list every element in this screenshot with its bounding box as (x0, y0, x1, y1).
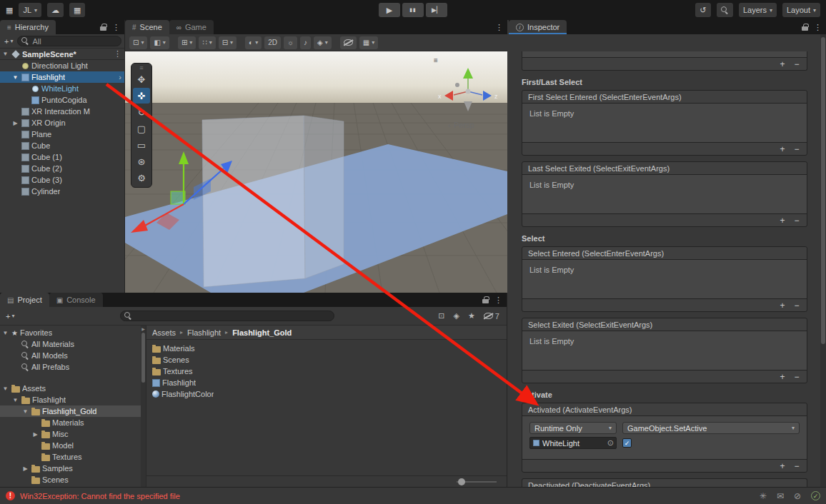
tree-item-flashlight[interactable]: ▼ Flashlight (0, 394, 146, 405)
hierarchy-item-flashlight[interactable]: ▼ Flashlight › (0, 71, 124, 83)
tree-item-all-materials[interactable]: All Materials (0, 338, 146, 350)
project-search-input[interactable] (120, 311, 334, 321)
event-function-dropdown[interactable]: GameObject.SetActive ▾ (622, 422, 800, 434)
tree-scrollbar[interactable]: ▶ (141, 326, 146, 487)
effects-dropdown-button[interactable]: ◈▾ (314, 36, 332, 49)
scene-render[interactable]: x z ≡ ‹ Persp (125, 51, 507, 293)
tab-game[interactable]: ∞ Game (169, 20, 214, 34)
hierarchy-item-plane[interactable]: Plane (0, 128, 124, 140)
add-listener-button[interactable]: + (775, 300, 790, 311)
lighting-toggle-button[interactable]: ☼ (284, 36, 297, 49)
add-listener-button[interactable]: + (775, 59, 790, 70)
custom-tool-button[interactable]: ⚙ (133, 170, 150, 186)
scene-menu-dots-icon[interactable]: ⋮ (114, 49, 121, 59)
shading-mode-button[interactable]: ◐▾ (245, 36, 262, 49)
search-by-label-icon[interactable]: ◈ (454, 311, 459, 321)
tree-item-textures[interactable]: Textures (0, 451, 146, 463)
tree-item-favorites[interactable]: ▼ ★ Favorites (0, 327, 146, 338)
version-control-button[interactable]: ▦ (69, 3, 85, 17)
zoom-slider-knob[interactable] (458, 478, 465, 485)
notifications-icon[interactable]: ✉ (777, 491, 784, 501)
foldout-icon[interactable]: ▶ (21, 465, 29, 472)
scrollbar-thumb[interactable] (141, 333, 145, 383)
status-error-message[interactable]: Win32Exception: Cannot find the specifie… (20, 492, 180, 500)
rect-tool-button[interactable]: ▭ (133, 137, 150, 153)
tab-project[interactable]: ▤ Project (0, 293, 49, 307)
overlay-menu-icon[interactable]: ≡ (434, 56, 438, 64)
create-asset-button[interactable]: + ▾ (4, 312, 16, 321)
remove-listener-button[interactable]: − (790, 371, 804, 383)
scrollbar-thumb[interactable] (821, 37, 825, 344)
2d-toggle-button[interactable]: 2D (264, 36, 281, 49)
event-mode-dropdown[interactable]: Runtime Only ▾ (529, 422, 617, 434)
remove-listener-button[interactable]: − (790, 59, 804, 70)
network-status-icon[interactable]: ⊘ (794, 491, 801, 501)
object-picker-icon[interactable]: ⊙ (607, 439, 614, 447)
foldout-icon[interactable]: ▼ (11, 74, 19, 81)
tab-inspector[interactable]: i Inspector (509, 20, 567, 34)
hierarchy-item-cube-3[interactable]: Cube (3) (0, 174, 124, 186)
hierarchy-item-directional-light[interactable]: Directional Light (0, 60, 124, 71)
foldout-icon[interactable]: ▼ (21, 408, 29, 415)
event-target-object-field[interactable]: WhiteLight ⊙ (529, 437, 617, 449)
measure-tool-button[interactable]: ⊟▾ (219, 36, 237, 49)
add-listener-button[interactable]: + (775, 460, 790, 472)
tab-hierarchy[interactable]: ≡ Hierarchy (0, 20, 56, 34)
breadcrumb-assets[interactable]: Assets (152, 328, 176, 337)
hierarchy-item-puntocogida[interactable]: PuntoCogida (0, 94, 124, 106)
lock-icon[interactable] (482, 299, 489, 303)
tool-settings-button[interactable]: ⊡▾ (129, 36, 147, 49)
menu-dots-icon[interactable]: ⋮ (495, 23, 503, 32)
foldout-icon[interactable]: ▶ (31, 431, 39, 438)
pause-button[interactable]: ▮▮ (402, 3, 424, 17)
save-search-icon[interactable]: ★ (468, 311, 475, 321)
foldout-icon[interactable]: ▼ (1, 385, 9, 392)
hierarchy-item-cylinder[interactable]: Cylinder (0, 186, 124, 197)
hierarchy-item-cube-1[interactable]: Cube (1) (0, 151, 124, 163)
move-tool-button[interactable]: ✜ (133, 88, 150, 104)
scene-visibility-button[interactable] (340, 36, 357, 49)
undo-history-button[interactable]: ↺ (695, 3, 711, 17)
cloud-button[interactable]: ☁ (47, 3, 64, 17)
tree-item-misc[interactable]: ▶ Misc (0, 428, 146, 440)
asset-item-textures[interactable]: Textures (152, 366, 507, 377)
tree-item-scenes[interactable]: Scenes (0, 474, 146, 485)
scene-header-row[interactable]: ▼ SampleScene* ⋮ (0, 49, 124, 60)
hierarchy-search-input[interactable]: All (17, 36, 121, 46)
remove-listener-button[interactable]: − (790, 460, 804, 472)
hierarchy-item-xr-interaction-manager[interactable]: XR Interaction M (0, 106, 124, 117)
asset-item-scenes[interactable]: Scenes (152, 354, 507, 366)
tree-item-samples[interactable]: ▶ Samples (0, 463, 146, 474)
tree-item-all-models[interactable]: All Models (0, 350, 146, 361)
breadcrumb-flashlight-gold[interactable]: Flashlight_Gold (232, 328, 292, 337)
hidden-packages-toggle[interactable]: 7 (484, 312, 499, 321)
snap-settings-button[interactable]: ∷▾ (199, 36, 215, 49)
foldout-icon[interactable]: ▼ (1, 51, 9, 57)
search-window-icon[interactable]: ⊡ (438, 311, 444, 321)
hierarchy-item-cube-2[interactable]: Cube (2) (0, 163, 124, 174)
add-listener-button[interactable]: + (775, 371, 790, 383)
asset-item-flashlight-prefab[interactable]: Flashlight (152, 377, 507, 388)
view-tool-button[interactable]: ✥ (133, 71, 150, 87)
asset-item-flashlightcolor[interactable]: FlashlightColor (152, 388, 507, 400)
zoom-slider[interactable] (457, 481, 497, 483)
step-button[interactable]: ▶▏ (426, 3, 447, 17)
asset-item-materials[interactable]: Materials (152, 343, 507, 354)
hierarchy-item-whitelight[interactable]: WhiteLight (0, 83, 124, 94)
foldout-icon[interactable]: ▼ (1, 330, 9, 336)
pivot-mode-button[interactable]: ◧▾ (150, 36, 169, 49)
layers-dropdown[interactable]: Layers ▾ (739, 3, 777, 17)
inspector-scrollbar[interactable] (820, 34, 826, 487)
menu-dots-icon[interactable]: ⋮ (112, 23, 120, 32)
breadcrumb-flashlight[interactable]: Flashlight (187, 328, 221, 337)
add-listener-button[interactable]: + (775, 215, 790, 226)
cube-mesh[interactable] (202, 116, 344, 287)
tab-scene[interactable]: # Scene (125, 20, 169, 34)
hierarchy-item-xr-origin[interactable]: ▶ XR Origin (0, 117, 124, 128)
menu-dots-icon[interactable]: ⋮ (814, 23, 822, 32)
tree-item-all-prefabs[interactable]: All Prefabs (0, 361, 146, 373)
audio-toggle-button[interactable]: ♪ (300, 36, 311, 49)
grid-icon[interactable]: ▦ (6, 6, 13, 15)
remove-listener-button[interactable]: − (790, 300, 804, 311)
camera-settings-button[interactable]: ▦▾ (359, 36, 378, 49)
